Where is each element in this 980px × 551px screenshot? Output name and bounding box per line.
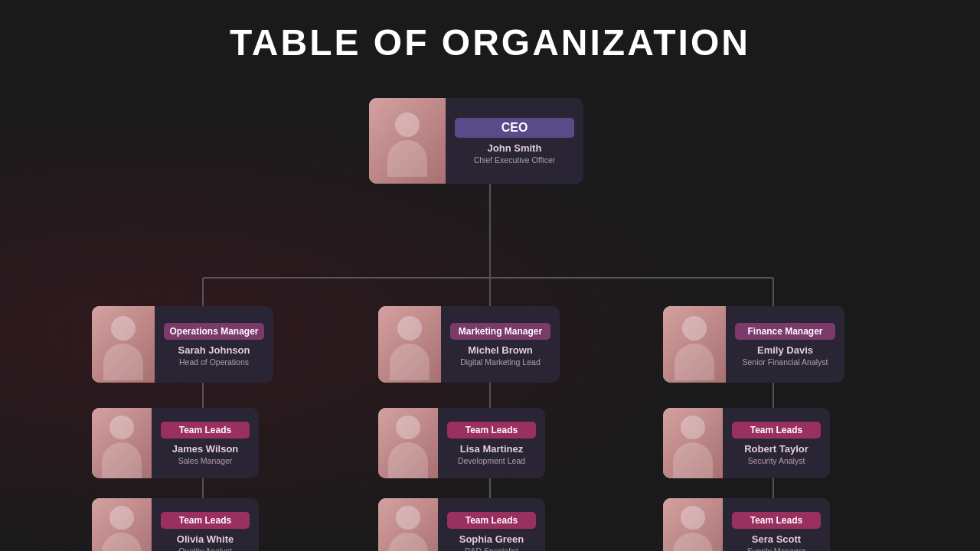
team-info-0-0: Team Leads James Wilson Sales Manager	[152, 408, 259, 478]
team-name-2-0: Robert Taylor	[732, 443, 821, 455]
page-title: TABLE OF ORGANIZATION	[0, 0, 980, 71]
manager-name-2: Emily Davis	[735, 344, 835, 356]
manager-name-1: Michel Brown	[450, 344, 550, 356]
team-info-0-1: Team Leads Olivia White Quality Analyst	[152, 498, 259, 551]
manager-name-0: Sarah Johnson	[164, 344, 264, 356]
manager-role-label-2: Finance Manager	[735, 323, 835, 340]
team-info-2-0: Team Leads Robert Taylor Security Analys…	[723, 408, 830, 478]
team-info-1-1: Team Leads Sophia Green R&D Specialist	[438, 498, 545, 551]
ceo-card: CEO John Smith Chief Executive Officer	[369, 98, 583, 184]
manager-title-2: Senior Financial Analyst	[735, 357, 835, 367]
team-role-label-2-0: Team Leads	[732, 422, 821, 439]
manager-title-1: Digital Marketing Lead	[450, 357, 550, 367]
team-name-2-1: Sera Scott	[732, 533, 821, 545]
team-card-2-1: Team Leads Sera Scott Supply Manager	[663, 498, 830, 551]
team-card-0-0: Team Leads James Wilson Sales Manager	[92, 408, 259, 478]
team-name-1-1: Sophia Green	[447, 533, 536, 545]
team-title-2-0: Security Analyst	[732, 456, 821, 465]
ceo-role-label: CEO	[455, 118, 574, 138]
manager-role-label-1: Marketing Manager	[450, 323, 550, 340]
team-info-1-0: Team Leads Lisa Martinez Development Lea…	[438, 408, 545, 478]
manager-card-2: Finance Manager Emily Davis Senior Finan…	[663, 306, 844, 383]
manager-photo-2	[663, 306, 726, 383]
team-card-1-0: Team Leads Lisa Martinez Development Lea…	[378, 408, 545, 478]
ceo-title: Chief Executive Officer	[455, 155, 574, 165]
team-photo-2-1	[663, 498, 723, 551]
team-name-0-0: James Wilson	[161, 443, 250, 455]
team-role-label-0-0: Team Leads	[161, 422, 250, 439]
team-photo-0-1	[92, 498, 152, 551]
manager-card-0: Operations Manager Sarah Johnson Head of…	[92, 306, 273, 383]
team-info-2-1: Team Leads Sera Scott Supply Manager	[723, 498, 830, 551]
manager-info-2: Finance Manager Emily Davis Senior Finan…	[726, 306, 844, 383]
team-name-0-1: Olivia White	[161, 533, 250, 545]
team-title-1-0: Development Lead	[447, 456, 536, 465]
team-role-label-1-1: Team Leads	[447, 512, 536, 529]
team-card-2-0: Team Leads Robert Taylor Security Analys…	[663, 408, 830, 478]
team-title-0-1: Quality Analyst	[161, 546, 250, 552]
team-photo-1-0	[378, 408, 438, 478]
team-title-0-0: Sales Manager	[161, 456, 250, 465]
team-name-1-0: Lisa Martinez	[447, 443, 536, 455]
org-chart: CEO John Smith Chief Executive Officer O…	[0, 71, 980, 551]
team-title-1-1: R&D Specialist	[447, 546, 536, 552]
manager-card-1: Marketing Manager Michel Brown Digital M…	[378, 306, 560, 383]
manager-info-0: Operations Manager Sarah Johnson Head of…	[155, 306, 273, 383]
team-photo-2-0	[663, 408, 723, 478]
manager-title-0: Head of Operations	[164, 357, 264, 367]
team-card-1-1: Team Leads Sophia Green R&D Specialist	[378, 498, 545, 551]
team-role-label-2-1: Team Leads	[732, 512, 821, 529]
ceo-name: John Smith	[455, 142, 574, 154]
manager-role-label-0: Operations Manager	[164, 323, 264, 340]
ceo-photo	[369, 98, 446, 184]
team-title-2-1: Supply Manager	[732, 546, 821, 552]
team-card-0-1: Team Leads Olivia White Quality Analyst	[92, 498, 259, 551]
ceo-info: CEO John Smith Chief Executive Officer	[446, 98, 583, 184]
manager-photo-0	[92, 306, 155, 383]
manager-photo-1	[378, 306, 441, 383]
team-role-label-0-1: Team Leads	[161, 512, 250, 529]
manager-info-1: Marketing Manager Michel Brown Digital M…	[441, 306, 560, 383]
team-role-label-1-0: Team Leads	[447, 422, 536, 439]
team-photo-0-0	[92, 408, 152, 478]
team-photo-1-1	[378, 498, 438, 551]
